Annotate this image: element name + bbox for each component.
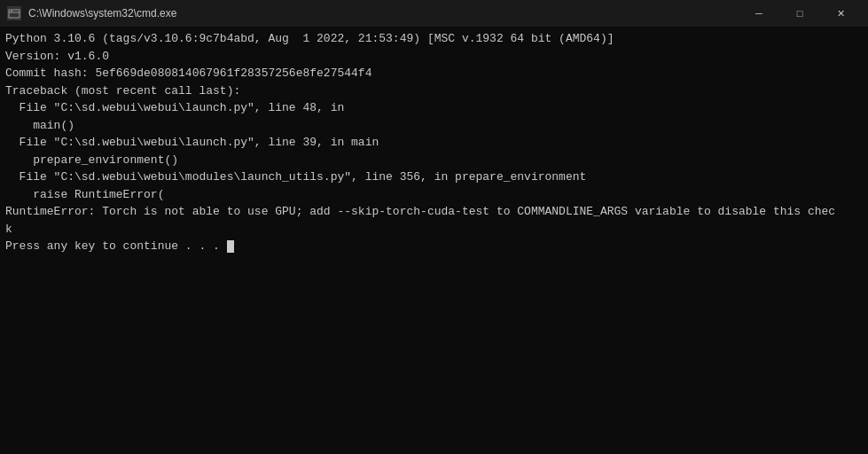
app-icon: [7, 6, 21, 20]
window-title: C:\Windows\system32\cmd.exe: [28, 7, 739, 20]
terminal-output: Python 3.10.6 (tags/v3.10.6:9c7b4abd, Au…: [0, 27, 868, 454]
window-controls: ─ □ ✕: [739, 0, 861, 27]
title-bar: C:\Windows\system32\cmd.exe ─ □ ✕: [0, 0, 868, 27]
svg-rect-0: [9, 10, 20, 18]
terminal-cursor: [227, 240, 234, 253]
close-button[interactable]: ✕: [820, 0, 861, 27]
svg-rect-2: [11, 11, 12, 12]
maximize-button[interactable]: □: [779, 0, 820, 27]
minimize-button[interactable]: ─: [739, 0, 779, 27]
